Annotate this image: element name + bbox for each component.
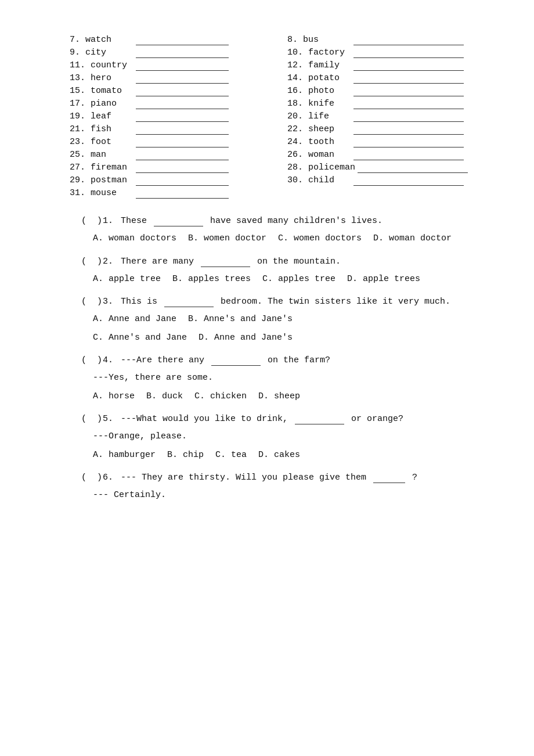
follow-line-q5: ---Orange, please. <box>93 429 488 444</box>
vocab-blank <box>353 48 464 58</box>
vocab-label: 10. factory <box>287 48 351 57</box>
vocab-blank <box>136 124 229 135</box>
option-q1: B. women doctor <box>188 233 266 243</box>
vocab-item: 30. child <box>287 175 488 186</box>
vocab-blank <box>353 86 464 96</box>
question-line-q2: ( ) 2. There are many on the mountain. <box>81 257 488 267</box>
vocab-blank <box>136 150 229 160</box>
question-block-q2: ( ) 2. There are many on the mountain.A.… <box>81 257 488 287</box>
question-block-q3: ( ) 3. This is bedroom. The twin sisters… <box>81 297 488 345</box>
vocab-item: 12. family <box>287 60 488 71</box>
vocab-blank <box>353 111 464 122</box>
vocab-item: 21. fish <box>70 124 270 135</box>
question-block-q4: ( ) 4. ---Are there any on the farm?---Y… <box>81 355 488 404</box>
vocab-blank <box>136 35 229 45</box>
question-block-q6: ( ) 6. --- They are thirsty. Will you pl… <box>81 473 488 503</box>
vocab-label: 14. potato <box>287 73 351 83</box>
q-num: 6. <box>103 473 116 483</box>
vocab-item: 10. factory <box>287 48 488 58</box>
question-block-q5: ( ) 5. ---What would you like to drink, … <box>81 414 488 462</box>
paren-open: ( ) <box>81 216 98 226</box>
vocab-item: 8. bus <box>287 35 488 45</box>
vocab-item: 9. city <box>70 48 270 58</box>
paren-open: ( ) <box>81 257 98 267</box>
question-block-q1: ( ) 1. These have saved many children's … <box>81 216 488 246</box>
option-q2: C. apples tree <box>262 274 335 284</box>
vocab-label: 17. piano <box>70 99 134 109</box>
answer-blank <box>201 257 250 267</box>
vocab-item: 24. tooth <box>287 137 488 147</box>
vocab-blank <box>353 60 464 71</box>
options-line-q4: A. horseB. duckC. chickenD. sheep <box>93 389 488 404</box>
vocab-blank <box>353 35 464 45</box>
vocab-item: 31. mouse <box>70 188 270 199</box>
vocab-blank <box>136 48 229 58</box>
options-row1-q3: A. Anne and JaneB. Anne's and Jane's <box>93 312 488 327</box>
vocab-item: 25. man <box>70 150 270 160</box>
option-q3: B. Anne's and Jane's <box>188 314 293 324</box>
vocab-blank <box>353 137 464 147</box>
vocab-item: 11. country <box>70 60 270 71</box>
answer-blank <box>164 297 214 307</box>
vocab-label: 11. country <box>70 60 134 70</box>
vocab-label: 8. bus <box>287 35 351 45</box>
paren-open: ( ) <box>81 355 98 365</box>
vocab-label: 22. sheep <box>287 124 351 134</box>
questions-section: ( ) 1. These have saved many children's … <box>70 216 488 503</box>
vocab-blank <box>353 175 464 186</box>
vocab-blank <box>136 73 229 84</box>
vocab-item: 29. postman <box>70 175 270 186</box>
vocab-item: 23. foot <box>70 137 270 147</box>
vocab-label: 20. life <box>287 111 351 121</box>
vocab-item: 26. woman <box>287 150 488 160</box>
option-q1: C. women doctors <box>278 233 362 243</box>
vocab-blank <box>136 137 229 147</box>
paren-open: ( ) <box>81 473 98 483</box>
option-q5: B. chip <box>167 450 204 460</box>
option-q1: A. woman doctors <box>93 233 176 243</box>
vocab-label: 25. man <box>70 150 134 160</box>
paren-open: ( ) <box>81 414 98 424</box>
vocab-label: 16. photo <box>287 86 351 96</box>
vocab-label: 7. watch <box>70 35 134 45</box>
vocab-label: 28. policeman <box>287 163 355 172</box>
vocab-label: 31. mouse <box>70 188 134 198</box>
vocab-label: 27. fireman <box>70 163 134 172</box>
vocab-item: 19. leaf <box>70 111 270 122</box>
vocab-item: 27. fireman <box>70 163 270 173</box>
vocab-blank <box>136 188 229 199</box>
options-line-q2: A. apple treeB. apples treesC. apples tr… <box>93 272 488 287</box>
vocab-label: 13. hero <box>70 73 134 83</box>
q-num: 1. <box>103 216 116 226</box>
option-q4: C. chicken <box>194 391 247 401</box>
vocab-blank <box>136 111 229 122</box>
vocab-label: 30. child <box>287 175 351 185</box>
vocab-label: 9. city <box>70 48 134 57</box>
vocab-label: 21. fish <box>70 124 134 134</box>
options-row2-q3: C. Anne's and JaneD. Anne and Jane's <box>93 330 488 345</box>
vocab-blank <box>136 86 229 96</box>
vocab-blank <box>136 99 229 109</box>
follow-line-q4: ---Yes, there are some. <box>93 370 488 386</box>
vocab-item: 18. knife <box>287 99 488 109</box>
q-num: 3. <box>103 297 116 307</box>
question-line-q4: ( ) 4. ---Are there any on the farm? <box>81 355 488 366</box>
vocab-blank <box>136 60 229 71</box>
q-num: 2. <box>103 257 116 267</box>
vocab-label: 29. postman <box>70 175 134 185</box>
option-q2: D. apple trees <box>347 274 420 284</box>
vocab-label: 26. woman <box>287 150 351 160</box>
options-line-q5: A. hamburgerB. chipC. teaD. cakes <box>93 448 488 463</box>
vocab-blank <box>136 163 229 173</box>
answer-blank <box>373 473 405 483</box>
vocab-blank <box>358 163 468 173</box>
option-q2: A. apple tree <box>93 274 161 284</box>
vocab-label: 24. tooth <box>287 137 351 147</box>
option-q3: D. Anne and Jane's <box>199 333 293 343</box>
vocab-blank <box>136 175 229 186</box>
vocab-label: 12. family <box>287 60 351 70</box>
answer-blank <box>295 414 344 424</box>
vocab-item: 22. sheep <box>287 124 488 135</box>
vocab-section: 7. watch 8. bus 9. city 10. factory 11. … <box>70 35 488 199</box>
question-line-q6: ( ) 6. --- They are thirsty. Will you pl… <box>81 473 488 483</box>
